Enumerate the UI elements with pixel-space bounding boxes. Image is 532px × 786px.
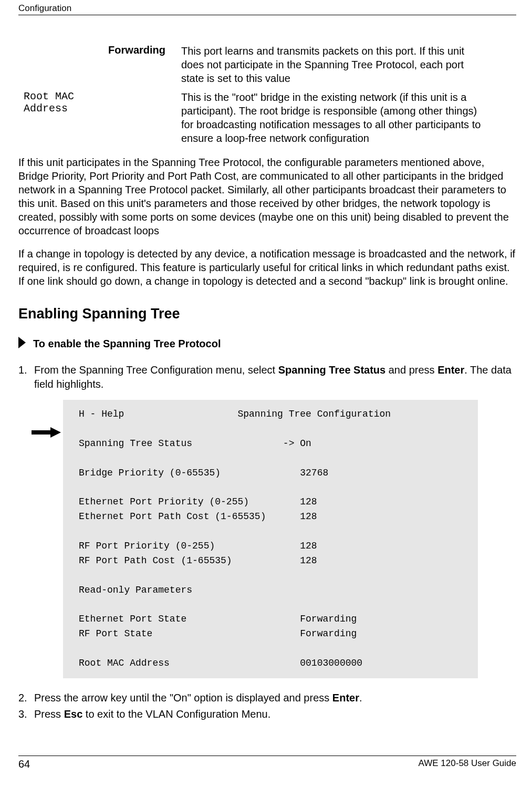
definition-row: Root MAC AddressThis is the "root" bridg… <box>18 90 516 145</box>
procedure-title: To enable the Spanning Tree Protocol <box>33 338 221 350</box>
step-number: 3. <box>18 707 34 721</box>
bold-text: Spanning Tree Status <box>278 364 385 376</box>
step-number: 1. <box>18 363 34 391</box>
step-3: 3. Press Esc to exit to the VLAN Configu… <box>18 707 516 721</box>
step-2: 2. Press the arrow key until the "On" op… <box>18 691 516 705</box>
svg-marker-0 <box>18 337 26 348</box>
text-fragment: From the Spanning Tree Configuration men… <box>34 364 278 376</box>
step-list: 1. From the Spanning Tree Configuration … <box>18 363 516 391</box>
definition-row: ForwardingThis port learns and transmits… <box>18 44 516 85</box>
section-heading: Enabling Spanning Tree <box>18 306 516 322</box>
page-number: 64 <box>18 758 30 770</box>
definition-description: This is the "root" bridge in the existin… <box>181 90 486 145</box>
bold-text: Esc <box>64 708 83 720</box>
bold-text: Enter <box>332 692 359 704</box>
step-number: 2. <box>18 691 34 705</box>
text-fragment: to exit to the VLAN Configuration Menu. <box>82 708 270 720</box>
body-paragraph-1: If this unit participates in the Spannin… <box>18 156 516 237</box>
arrow-right-icon <box>32 427 61 440</box>
triangle-bullet-icon <box>18 337 28 350</box>
text-fragment: Press the arrow key until the "On" optio… <box>34 692 332 704</box>
definition-description: This port learns and transmits packets o… <box>181 44 486 85</box>
step-text: From the Spanning Tree Configuration men… <box>34 363 516 391</box>
footer-rule <box>18 756 516 756</box>
procedure-header: To enable the Spanning Tree Protocol <box>18 337 516 350</box>
text-fragment: Press <box>34 708 64 720</box>
text-fragment: . <box>359 692 362 704</box>
step-list-cont: 2. Press the arrow key until the "On" op… <box>18 691 516 721</box>
step-1: 1. From the Spanning Tree Configuration … <box>18 363 516 391</box>
definition-table: ForwardingThis port learns and transmits… <box>18 44 516 145</box>
footer-content: 64 AWE 120-58 User Guide <box>18 758 516 770</box>
step-text: Press the arrow key until the "On" optio… <box>34 691 516 705</box>
definition-term: Forwarding <box>18 44 181 85</box>
text-fragment: and press <box>385 364 437 376</box>
running-header: Configuration <box>18 0 516 14</box>
svg-marker-2 <box>50 427 61 438</box>
definition-term: Root MAC Address <box>18 90 181 145</box>
page-footer: 64 AWE 120-58 User Guide <box>18 756 516 770</box>
terminal-wrapper: H - Help Spanning Tree Configuration Spa… <box>63 400 516 678</box>
header-rule <box>18 15 516 15</box>
header-text: Configuration <box>18 3 71 13</box>
bold-text: Enter <box>437 364 464 376</box>
step-text: Press Esc to exit to the VLAN Configurat… <box>34 707 516 721</box>
body-paragraph-2: If a change in topology is detected by a… <box>18 247 516 288</box>
guide-name: AWE 120-58 User Guide <box>419 758 516 770</box>
svg-rect-1 <box>32 430 51 435</box>
terminal-screen: H - Help Spanning Tree Configuration Spa… <box>63 400 478 678</box>
